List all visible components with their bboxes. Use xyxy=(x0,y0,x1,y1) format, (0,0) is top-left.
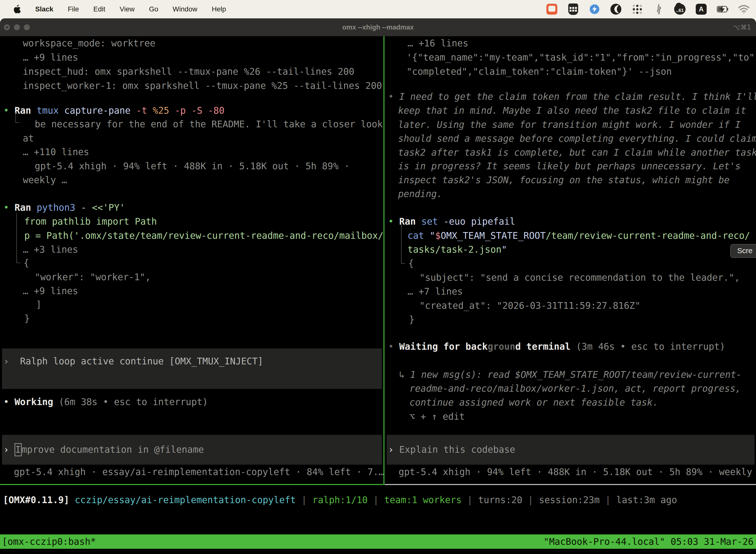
inject-message-line: › Ralph loop active continue [OMX_TMUX_I… xyxy=(3,354,263,368)
omx-turns: turns:20 xyxy=(478,495,522,505)
terminal-line: at xyxy=(23,131,34,146)
menu-item-view[interactable]: View xyxy=(120,5,135,13)
terminal-content: workspace_mode: worktree … +9 lines insp… xyxy=(0,36,756,554)
terminal-line: { xyxy=(408,257,414,271)
menu-item-edit[interactable]: Edit xyxy=(93,5,105,13)
pane-divider[interactable] xyxy=(383,36,384,485)
dots-grid-icon[interactable] xyxy=(631,3,643,15)
prompt-input-line[interactable]: › Explain this codebase xyxy=(388,443,515,457)
thinking-line: pending. xyxy=(398,187,442,201)
desktop-screen: Slack File Edit View Go Window Help xyxy=(0,0,756,554)
terminal-line: "created_at": "2026-03-31T11:59:27.816Z" xyxy=(420,298,640,313)
omx-team: team:1 workers xyxy=(384,495,461,505)
moon-contrast-icon[interactable] xyxy=(610,3,622,15)
terminal-line: "completed","claim_token":"claim-token"}… xyxy=(406,64,672,79)
left-pane[interactable]: workspace_mode: worktree … +9 lines insp… xyxy=(0,36,383,484)
window-title: omx --xhigh --madmax xyxy=(0,18,756,36)
chat-app-icon[interactable] xyxy=(546,3,558,15)
menu-status-icons: ..61 A xyxy=(546,3,756,15)
menu-left: Slack File Edit View Go Window Help xyxy=(0,4,226,14)
cat-path-line2: tasks/task-2.json" xyxy=(407,242,507,257)
bullet-icon: • xyxy=(3,202,9,213)
omx-ralph: ralph:1/10 xyxy=(312,495,368,505)
mailbox-message-line: readme-and-reco/mailbox/worker-1.json, a… xyxy=(410,382,741,396)
terminal-line: ] xyxy=(36,297,42,312)
tmux-host-clock: "MacBook-Pro-44.local" 05:03 31-Mar-26 xyxy=(544,536,754,547)
tmux-session-label: [omx-cczip0:bash* xyxy=(2,536,96,547)
omx-last: last:3m ago xyxy=(616,495,677,505)
terminal-line: workspace_mode: worktree xyxy=(23,36,155,50)
window-titlebar[interactable]: omx --xhigh --madmax ⌥⌘1 xyxy=(0,18,756,36)
thinking-line: is in progress? It seems likely but perh… xyxy=(398,159,741,173)
mailbox-message-line: continue assigned work or next feasible … xyxy=(410,395,658,409)
window-shortcut-hint: ⌥⌘1 xyxy=(733,18,751,36)
ran-tmux-command-line: • Ran tmux capture-pane -t %25 -p -S -80 xyxy=(3,104,225,118)
prompt-input-line[interactable]: › Improve documentation in @filename xyxy=(3,443,204,457)
apple-menu-icon[interactable] xyxy=(12,4,21,14)
omx-status-line: [OMX#0.11.9] cczip/essay/ai-reimplementa… xyxy=(3,493,677,507)
terminal-line: { xyxy=(23,256,29,270)
terminal-line: } xyxy=(409,313,415,327)
terminal-line: "worker": "worker-1", xyxy=(35,270,151,284)
shield-grid-icon[interactable] xyxy=(567,3,579,15)
pulse-badge-icon[interactable] xyxy=(589,3,600,15)
menu-item-help[interactable]: Help xyxy=(212,5,226,13)
prompt-chevron-icon: › xyxy=(3,356,9,367)
omx-session: session:23m xyxy=(539,495,600,505)
terminal-line: inspect_hud: omx sparkshell --tmux-pane … xyxy=(23,64,355,79)
terminal-window: omx --xhigh --madmax ⌥⌘1 workspace_mode:… xyxy=(0,18,756,554)
bullet-icon: • xyxy=(388,91,394,102)
output-connector-line xyxy=(15,112,19,123)
ran-cat-command-line: • Ran set -euo pipefail xyxy=(388,214,515,229)
thinking-line: inspect task2's JSON, focusing on the st… xyxy=(398,173,730,187)
terminal-line: inspect_worker-1: omx sparkshell --tmux-… xyxy=(23,79,382,93)
mailbox-message-line: ↳ 1 new msg(s): read $OMX_TEAM_STATE_ROO… xyxy=(399,368,742,382)
omx-version: [OMX#0.11.9] xyxy=(3,495,69,505)
thinking-line: task2 after task1 is complete, but can I… xyxy=(398,146,756,160)
bullet-icon: • xyxy=(3,105,9,116)
terminal-line: … +9 lines xyxy=(23,284,78,298)
menu-item-window[interactable]: Window xyxy=(173,5,197,13)
terminal-line: } xyxy=(24,312,30,326)
thinking-line: should send a message before completing … xyxy=(398,131,756,146)
right-pane[interactable]: … +16 lines '{"team_name":"my-team","tas… xyxy=(385,36,756,484)
terminal-line: … +7 lines xyxy=(407,284,463,298)
terminal-line: weekly … xyxy=(23,173,67,187)
screen-tooltip[interactable]: Scre xyxy=(730,244,756,258)
ran-python-command-line: • Ran python3 - <<'PY' xyxy=(3,201,125,215)
menu-item-file[interactable]: File xyxy=(68,5,79,13)
left-pane-bottom-border xyxy=(0,484,383,485)
output-connector-line xyxy=(401,224,405,264)
bullet-icon: • xyxy=(388,341,394,352)
model-status-line: gpt-5.4 xhigh · essay/ai-reimplementatio… xyxy=(14,465,383,479)
terminal-line: p = Path('.omx/state/team/review-current… xyxy=(24,229,383,243)
terminal-line: be necessary for the end of the README. … xyxy=(35,117,383,131)
letter-a-icon[interactable]: A xyxy=(695,3,707,15)
edit-hint-line: ⌥ + ↑ edit xyxy=(410,409,465,424)
bullet-icon: • xyxy=(388,216,394,227)
text-cursor: I xyxy=(15,443,21,456)
terminal-line: '{"team_name":"my-team","task_id":"1","f… xyxy=(406,50,756,64)
bullet-icon: • xyxy=(3,397,9,407)
battery-charging-icon[interactable] xyxy=(717,3,728,15)
tmux-status-bar: [omx-cczip0:bash* "MacBook-Pro-44.local"… xyxy=(0,535,756,549)
count-61-badge-icon[interactable]: ..61 xyxy=(674,3,686,15)
right-pane-bottom-border xyxy=(385,484,756,485)
omx-project: cczip/essay/ai-reimplementation-copyleft xyxy=(69,495,296,505)
terminal-line: gpt-5.4 xhigh · 94% left · 488K in · 5.1… xyxy=(35,159,350,173)
terminal-line: … +9 lines xyxy=(23,50,78,64)
terminal-line: … +16 lines xyxy=(407,36,468,50)
prompt-chevron-icon: › xyxy=(3,444,9,455)
wifi-icon[interactable] xyxy=(738,3,750,15)
thinking-line: keep that in mind. Maybe I also need the… xyxy=(398,104,746,118)
thinking-line: • I need to get the claim token from the… xyxy=(388,90,756,104)
waiting-status-line: • Waiting for background terminal (3m 46… xyxy=(388,340,725,354)
menu-item-slack[interactable]: Slack xyxy=(35,5,53,13)
menu-item-go[interactable]: Go xyxy=(149,5,158,13)
dragon-icon[interactable] xyxy=(653,3,664,15)
cat-path-line: cat "$OMX_TEAM_STATE_ROOT/team/review-cu… xyxy=(407,229,750,243)
working-status-line: • Working (6m 38s • esc to interrupt) xyxy=(3,395,208,409)
thinking-line: later. Using the same for transition mig… xyxy=(398,118,741,132)
prompt-chevron-icon: › xyxy=(388,444,394,455)
terminal-line: … +110 lines xyxy=(23,145,89,159)
